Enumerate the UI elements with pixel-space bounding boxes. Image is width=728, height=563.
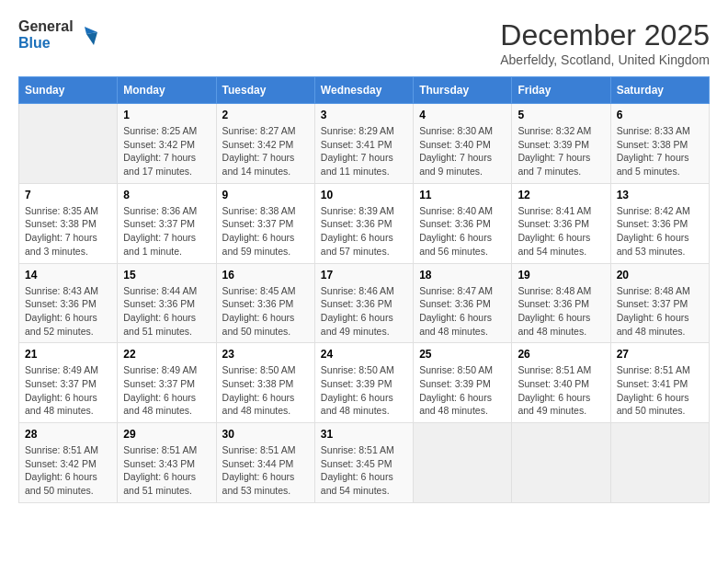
day-info: Sunrise: 8:50 AM Sunset: 3:39 PM Dayligh… [321,363,407,418]
daylight: Daylight: 6 hours and 56 minutes. [419,232,492,257]
calendar-cell: 6 Sunrise: 8:33 AM Sunset: 3:38 PM Dayli… [610,104,709,184]
day-number: 19 [518,269,604,282]
sunset: Sunset: 3:42 PM [222,139,294,150]
sunrise: Sunrise: 8:51 AM [321,444,394,455]
day-info: Sunrise: 8:46 AM Sunset: 3:36 PM Dayligh… [321,284,407,339]
day-info: Sunrise: 8:51 AM Sunset: 3:41 PM Dayligh… [617,363,703,418]
sunset: Sunset: 3:40 PM [518,378,589,389]
sunset: Sunset: 3:40 PM [419,139,491,150]
day-info: Sunrise: 8:30 AM Sunset: 3:40 PM Dayligh… [419,124,506,178]
day-info: Sunrise: 8:50 AM Sunset: 3:38 PM Dayligh… [222,363,309,418]
sunrise: Sunrise: 8:39 AM [321,205,394,216]
day-info: Sunrise: 8:33 AM Sunset: 3:38 PM Dayligh… [617,124,703,178]
sunset: Sunset: 3:39 PM [518,139,589,150]
daylight: Daylight: 6 hours and 49 minutes. [518,392,590,417]
day-number: 23 [222,348,309,361]
sunrise: Sunrise: 8:45 AM [222,285,296,296]
day-info: Sunrise: 8:36 AM Sunset: 3:37 PM Dayligh… [123,204,210,259]
calendar-cell: 28 Sunrise: 8:51 AM Sunset: 3:42 PM Dayl… [19,423,118,503]
day-info: Sunrise: 8:44 AM Sunset: 3:36 PM Dayligh… [123,284,210,339]
day-info: Sunrise: 8:35 AM Sunset: 3:38 PM Dayligh… [25,204,111,259]
day-number: 17 [321,269,407,282]
sunset: Sunset: 3:36 PM [123,298,195,309]
daylight: Daylight: 6 hours and 54 minutes. [518,232,590,257]
sunset: Sunset: 3:41 PM [617,378,688,389]
calendar-week-1: 1 Sunrise: 8:25 AM Sunset: 3:42 PM Dayli… [19,104,710,184]
daylight: Daylight: 6 hours and 48 minutes. [123,392,196,417]
sunset: Sunset: 3:36 PM [25,298,97,309]
sunrise: Sunrise: 8:32 AM [518,125,591,136]
sunset: Sunset: 3:39 PM [419,378,491,389]
daylight: Daylight: 7 hours and 1 minute. [123,232,196,257]
day-info: Sunrise: 8:48 AM Sunset: 3:36 PM Dayligh… [518,284,604,339]
day-number: 22 [123,348,210,361]
calendar-cell: 25 Sunrise: 8:50 AM Sunset: 3:39 PM Dayl… [414,343,512,423]
calendar-cell: 19 Sunrise: 8:48 AM Sunset: 3:36 PM Dayl… [512,263,610,343]
calendar-cell [414,423,512,503]
daylight: Daylight: 7 hours and 11 minutes. [321,152,393,177]
day-number: 28 [25,428,111,441]
sunset: Sunset: 3:39 PM [321,378,392,389]
day-info: Sunrise: 8:27 AM Sunset: 3:42 PM Dayligh… [222,124,309,178]
day-number: 16 [222,269,309,282]
day-info: Sunrise: 8:49 AM Sunset: 3:37 PM Dayligh… [123,363,210,418]
daylight: Daylight: 6 hours and 48 minutes. [419,312,492,337]
daylight: Daylight: 6 hours and 51 minutes. [123,471,196,496]
calendar-cell: 5 Sunrise: 8:32 AM Sunset: 3:39 PM Dayli… [512,104,610,184]
daylight: Daylight: 7 hours and 3 minutes. [25,232,97,257]
calendar-cell: 9 Sunrise: 8:38 AM Sunset: 3:37 PM Dayli… [216,183,314,263]
sunrise: Sunrise: 8:30 AM [419,125,493,136]
sunset: Sunset: 3:37 PM [123,378,195,389]
daylight: Daylight: 6 hours and 48 minutes. [419,392,492,417]
day-info: Sunrise: 8:50 AM Sunset: 3:39 PM Dayligh… [419,363,506,418]
calendar-cell: 4 Sunrise: 8:30 AM Sunset: 3:40 PM Dayli… [414,104,512,184]
calendar-cell: 20 Sunrise: 8:48 AM Sunset: 3:37 PM Dayl… [610,263,709,343]
sunrise: Sunrise: 8:50 AM [419,364,493,375]
sunset: Sunset: 3:36 PM [419,218,491,229]
day-number: 31 [321,428,407,441]
day-info: Sunrise: 8:43 AM Sunset: 3:36 PM Dayligh… [25,284,111,339]
day-info: Sunrise: 8:51 AM Sunset: 3:42 PM Dayligh… [25,443,111,498]
daylight: Daylight: 6 hours and 48 minutes. [518,312,590,337]
sunset: Sunset: 3:36 PM [222,298,294,309]
sunrise: Sunrise: 8:51 AM [123,444,197,455]
calendar-cell: 13 Sunrise: 8:42 AM Sunset: 3:36 PM Dayl… [610,183,709,263]
daylight: Daylight: 6 hours and 50 minutes. [222,312,295,337]
sunrise: Sunrise: 8:44 AM [123,285,197,296]
calendar-cell: 17 Sunrise: 8:46 AM Sunset: 3:36 PM Dayl… [314,263,413,343]
calendar-cell: 16 Sunrise: 8:45 AM Sunset: 3:36 PM Dayl… [216,263,314,343]
daylight: Daylight: 6 hours and 48 minutes. [321,392,393,417]
day-number: 4 [419,109,506,121]
calendar-table: Sunday Monday Tuesday Wednesday Thursday… [18,76,710,503]
calendar-cell [512,423,610,503]
col-friday: Friday [512,77,610,104]
calendar-cell: 15 Sunrise: 8:44 AM Sunset: 3:36 PM Dayl… [118,263,216,343]
day-info: Sunrise: 8:32 AM Sunset: 3:39 PM Dayligh… [518,124,604,178]
sunset: Sunset: 3:45 PM [321,458,392,469]
day-number: 26 [518,348,604,361]
sunset: Sunset: 3:44 PM [222,458,294,469]
svg-marker-1 [86,32,97,45]
sunset: Sunset: 3:42 PM [123,139,195,150]
sunrise: Sunrise: 8:38 AM [222,205,296,216]
day-info: Sunrise: 8:40 AM Sunset: 3:36 PM Dayligh… [419,204,506,259]
logo-text: General Blue [18,18,74,51]
day-number: 11 [419,189,506,201]
sunrise: Sunrise: 8:42 AM [617,205,690,216]
calendar-cell: 29 Sunrise: 8:51 AM Sunset: 3:43 PM Dayl… [118,423,216,503]
calendar-week-4: 21 Sunrise: 8:49 AM Sunset: 3:37 PM Dayl… [19,343,710,423]
daylight: Daylight: 6 hours and 48 minutes. [25,392,97,417]
day-number: 6 [617,109,703,121]
day-number: 24 [321,348,407,361]
day-number: 5 [518,109,604,121]
sunrise: Sunrise: 8:25 AM [123,125,197,136]
calendar-cell: 8 Sunrise: 8:36 AM Sunset: 3:37 PM Dayli… [118,183,216,263]
calendar-cell: 12 Sunrise: 8:41 AM Sunset: 3:36 PM Dayl… [512,183,610,263]
daylight: Daylight: 6 hours and 57 minutes. [321,232,393,257]
calendar-cell: 24 Sunrise: 8:50 AM Sunset: 3:39 PM Dayl… [314,343,413,423]
col-monday: Monday [118,77,216,104]
day-info: Sunrise: 8:51 AM Sunset: 3:40 PM Dayligh… [518,363,604,418]
day-info: Sunrise: 8:29 AM Sunset: 3:41 PM Dayligh… [321,124,407,178]
daylight: Daylight: 6 hours and 50 minutes. [25,471,97,496]
title-section: December 2025 Aberfeldy, Scotland, Unite… [500,18,710,67]
